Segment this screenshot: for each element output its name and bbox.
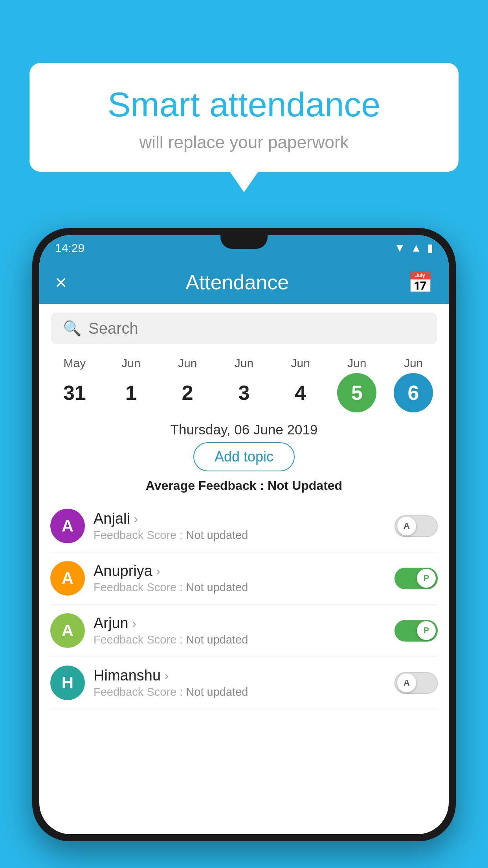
avatar-2: A xyxy=(50,613,85,648)
cal-month-5: Jun xyxy=(347,357,366,370)
feedback-value-1: Not updated xyxy=(186,581,248,594)
student-item-1: AAnupriya ›Feedback Score : Not updatedP xyxy=(50,552,438,605)
calendar-row: May31Jun1Jun2Jun3Jun4Jun5Jun6 xyxy=(39,353,449,412)
attendance-toggle-1[interactable]: P xyxy=(394,568,438,589)
avg-feedback-value: Not Updated xyxy=(268,478,342,493)
avg-feedback-label: Average Feedback : xyxy=(146,478,264,493)
calendar-col-4[interactable]: Jun4 xyxy=(273,357,328,412)
search-icon: 🔍 xyxy=(63,320,81,337)
cal-day-0[interactable]: 31 xyxy=(55,373,94,412)
app-bar: × Attendance 📅 xyxy=(39,261,449,304)
cal-month-2: Jun xyxy=(178,357,197,370)
student-item-2: AArjun ›Feedback Score : Not updatedP xyxy=(50,605,438,657)
speech-bubble: Smart attendance will replace your paper… xyxy=(29,63,459,172)
close-button[interactable]: × xyxy=(55,270,67,294)
calendar-icon[interactable]: 📅 xyxy=(407,270,433,294)
calendar-col-1[interactable]: Jun1 xyxy=(104,357,159,412)
toggle-container-3: A xyxy=(394,672,438,694)
cal-day-5[interactable]: 5 xyxy=(337,373,376,412)
student-name-2[interactable]: Arjun › xyxy=(94,615,386,632)
cal-month-3: Jun xyxy=(235,357,253,370)
search-input[interactable] xyxy=(88,320,425,337)
chevron-icon-0: › xyxy=(134,512,138,526)
phone-notch xyxy=(220,235,268,249)
phone-outer: 14:29 ▼ ▲ ▮ × Attendance 📅 🔍 xyxy=(32,228,456,841)
avatar-3: H xyxy=(50,666,85,700)
feedback-score-2: Feedback Score : Not updated xyxy=(94,633,386,646)
signal-icon: ▲ xyxy=(411,242,422,254)
calendar-col-6[interactable]: Jun6 xyxy=(386,357,441,412)
cal-month-4: Jun xyxy=(291,357,310,370)
avatar-1: A xyxy=(50,561,85,596)
toggle-thumb-0: A xyxy=(397,517,416,535)
cal-month-1: Jun xyxy=(121,357,140,370)
cal-day-4[interactable]: 4 xyxy=(281,373,320,412)
student-list: AAnjali ›Feedback Score : Not updatedAAA… xyxy=(39,500,449,709)
student-info-2: Arjun ›Feedback Score : Not updated xyxy=(94,615,386,646)
calendar-col-2[interactable]: Jun2 xyxy=(160,357,215,412)
chevron-icon-3: › xyxy=(165,669,169,682)
toggle-container-2: P xyxy=(394,620,438,642)
toggle-container-1: P xyxy=(394,568,438,589)
cal-day-3[interactable]: 3 xyxy=(224,373,264,412)
cal-day-2[interactable]: 2 xyxy=(168,373,207,412)
calendar-col-5[interactable]: Jun5 xyxy=(329,357,384,412)
student-name-1[interactable]: Anupriya › xyxy=(94,563,386,579)
average-feedback: Average Feedback : Not Updated xyxy=(39,478,449,493)
student-item-3: HHimanshu ›Feedback Score : Not updatedA xyxy=(50,657,438,709)
avatar-0: A xyxy=(50,509,85,543)
selected-date-label: Thursday, 06 June 2019 xyxy=(39,422,449,438)
attendance-toggle-3[interactable]: A xyxy=(394,672,438,694)
cal-month-6: Jun xyxy=(404,357,423,370)
student-name-0[interactable]: Anjali › xyxy=(94,510,386,527)
feedback-value-0: Not updated xyxy=(186,529,248,541)
calendar-col-3[interactable]: Jun3 xyxy=(216,357,272,412)
app-title: Attendance xyxy=(185,270,289,294)
feedback-score-0: Feedback Score : Not updated xyxy=(94,529,386,542)
cal-month-0: May xyxy=(64,357,86,370)
feedback-value-2: Not updated xyxy=(186,633,248,646)
toggle-thumb-3: A xyxy=(397,673,416,692)
status-icons: ▼ ▲ ▮ xyxy=(394,241,433,254)
student-info-3: Himanshu ›Feedback Score : Not updated xyxy=(94,667,386,699)
cal-day-6[interactable]: 6 xyxy=(394,373,433,412)
add-topic-button[interactable]: Add topic xyxy=(193,442,295,471)
feedback-value-3: Not updated xyxy=(186,686,248,698)
feedback-score-3: Feedback Score : Not updated xyxy=(94,686,386,699)
attendance-toggle-0[interactable]: A xyxy=(394,515,438,537)
phone-wrapper: 14:29 ▼ ▲ ▮ × Attendance 📅 🔍 xyxy=(32,228,456,868)
phone-screen: 14:29 ▼ ▲ ▮ × Attendance 📅 🔍 xyxy=(39,235,449,834)
student-info-0: Anjali ›Feedback Score : Not updated xyxy=(94,510,386,542)
chevron-icon-2: › xyxy=(132,617,136,630)
battery-icon: ▮ xyxy=(427,241,433,254)
toggle-container-0: A xyxy=(394,515,438,537)
wifi-icon: ▼ xyxy=(394,242,405,254)
status-time: 14:29 xyxy=(55,241,84,255)
student-name-3[interactable]: Himanshu › xyxy=(94,667,386,684)
student-item-0: AAnjali ›Feedback Score : Not updatedA xyxy=(50,500,438,552)
attendance-toggle-2[interactable]: P xyxy=(394,620,438,642)
student-info-1: Anupriya ›Feedback Score : Not updated xyxy=(94,563,386,594)
cal-day-1[interactable]: 1 xyxy=(112,373,151,412)
toggle-thumb-1: P xyxy=(417,569,436,588)
bubble-title: Smart attendance xyxy=(53,85,435,125)
toggle-thumb-2: P xyxy=(417,621,436,640)
feedback-score-1: Feedback Score : Not updated xyxy=(94,581,386,594)
bubble-subtitle: will replace your paperwork xyxy=(53,132,435,152)
calendar-col-0[interactable]: May31 xyxy=(47,357,102,412)
search-container: 🔍 xyxy=(51,313,437,344)
chevron-icon-1: › xyxy=(156,565,160,578)
